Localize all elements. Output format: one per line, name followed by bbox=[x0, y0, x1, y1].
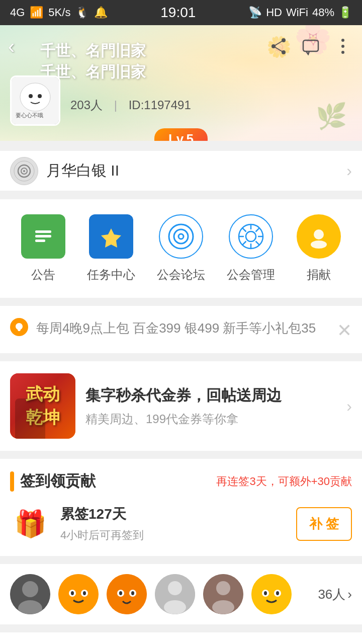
action-task[interactable]: 任务中心 bbox=[87, 214, 135, 283]
action-notice[interactable]: 公告 bbox=[21, 214, 65, 283]
member-avatar-5[interactable] bbox=[203, 574, 243, 614]
svg-point-12 bbox=[38, 94, 42, 98]
member-avatar-3[interactable] bbox=[107, 574, 147, 614]
guild-banner: 🌸 🌼 🌿 ‹ 千世、名門旧家 千世、名門旧家 bbox=[0, 25, 362, 141]
notice-icon bbox=[21, 214, 65, 259]
promo-arrow-icon: › bbox=[346, 397, 352, 416]
deco-flower-3: 🌿 bbox=[316, 102, 347, 131]
svg-line-36 bbox=[243, 242, 246, 245]
svg-point-10 bbox=[20, 83, 50, 111]
more-icon[interactable] bbox=[332, 35, 354, 57]
svg-point-38 bbox=[314, 229, 324, 239]
signal-bars: 📶 bbox=[30, 6, 43, 19]
member-avatar-2[interactable] bbox=[58, 574, 99, 614]
member-avatar-4[interactable] bbox=[155, 574, 195, 614]
signin-sub: 4小时后可再签到 bbox=[60, 528, 286, 543]
svg-line-33 bbox=[243, 228, 246, 231]
guild-arrow-icon: › bbox=[346, 162, 352, 180]
member-count-more[interactable]: 36人 › bbox=[318, 586, 352, 603]
manage-label: 公会管理 bbox=[227, 267, 275, 283]
task-label: 任务中心 bbox=[87, 267, 135, 283]
svg-rect-43 bbox=[58, 574, 99, 614]
promo-title: 集字秒杀代金券，回帖送周边 bbox=[85, 385, 336, 406]
signin-info: 累签127天 4小时后可再签到 bbox=[60, 505, 286, 543]
avatar-image: 要心心不哦 bbox=[12, 77, 59, 124]
guild-id: ID:1197491 bbox=[129, 98, 191, 112]
signin-hint: 再连签3天，可额外+30贡献 bbox=[216, 474, 352, 489]
svg-line-35 bbox=[256, 228, 259, 231]
hd-label: HD bbox=[266, 6, 282, 19]
message-icon[interactable] bbox=[300, 35, 322, 57]
donate-icon bbox=[297, 214, 341, 259]
svg-point-63 bbox=[276, 591, 279, 595]
donate-label: 捐献 bbox=[307, 267, 331, 283]
notice-close-icon[interactable]: ✕ bbox=[337, 320, 352, 341]
guild-avatar: 要心心不哦 bbox=[10, 75, 60, 126]
signin-section: 签到领贡献 再连签3天，可额外+30贡献 🎁 累签127天 4小时后可再签到 补… bbox=[0, 459, 362, 556]
svg-point-26 bbox=[178, 234, 184, 239]
svg-point-57 bbox=[216, 581, 230, 595]
svg-point-47 bbox=[83, 591, 86, 595]
signin-row: 🎁 累签127天 4小时后可再签到 补 签 bbox=[10, 504, 352, 544]
forum-icon bbox=[159, 214, 203, 259]
shop-section[interactable]: 商店(506) bbox=[0, 632, 362, 644]
member-avatar-6[interactable] bbox=[251, 574, 292, 614]
forum-label: 公会论坛 bbox=[157, 267, 205, 283]
svg-point-25 bbox=[174, 229, 188, 244]
svg-point-54 bbox=[168, 581, 182, 595]
svg-point-41 bbox=[22, 581, 38, 597]
network-indicator: 4G bbox=[10, 6, 25, 19]
svg-line-4 bbox=[274, 46, 284, 52]
signin-section-title: 签到领贡献 bbox=[20, 471, 96, 492]
back-button[interactable]: ‹ bbox=[8, 35, 15, 58]
svg-rect-59 bbox=[251, 574, 292, 614]
svg-line-34 bbox=[256, 242, 259, 245]
notice-dot bbox=[10, 318, 28, 336]
banner-action-icons bbox=[267, 35, 354, 57]
guild-name-row[interactable]: 月华白银 II › bbox=[0, 151, 362, 191]
guild-info: 203人 | ID:1197491 bbox=[70, 97, 191, 113]
bell-icon: 🔔 bbox=[94, 6, 108, 19]
svg-point-46 bbox=[71, 591, 74, 595]
quick-actions-section: 公告 任务中心 公会论坛 bbox=[0, 199, 362, 298]
member-avatars-section: 36人 › bbox=[0, 564, 362, 624]
svg-point-52 bbox=[131, 591, 134, 595]
svg-point-8 bbox=[341, 51, 344, 54]
banner-title-line1: 千世、名門旧家 bbox=[40, 40, 146, 61]
promo-subtitle: 精美周边、199代金券等你拿 bbox=[85, 411, 336, 427]
svg-point-58 bbox=[212, 600, 234, 614]
svg-point-24 bbox=[169, 224, 193, 249]
hint-suffix: 可额外+30贡献 bbox=[278, 475, 352, 488]
svg-point-6 bbox=[341, 39, 344, 42]
promo-card[interactable]: 武动 乾坤 集字秒杀代金券，回帖送周边 精美周边、199代金券等你拿 › bbox=[0, 361, 362, 451]
share-icon[interactable] bbox=[267, 35, 290, 57]
action-manage[interactable]: 公会管理 bbox=[227, 214, 275, 283]
promo-image: 武动 乾坤 bbox=[10, 373, 75, 439]
notice-banner: 每周4晚9点上包 百金399 银499 新手等小礼包35 ✕ bbox=[0, 306, 362, 353]
member-count: 203人 bbox=[70, 98, 103, 112]
status-left: 4G 📶 5K/s 🐧 🔔 bbox=[10, 6, 108, 19]
member-count-text: 36人 bbox=[318, 586, 345, 603]
svg-rect-20 bbox=[35, 235, 51, 237]
status-right: 📡 HD WiFi 48% 🔋 bbox=[248, 6, 352, 19]
member-avatar-1[interactable] bbox=[10, 574, 50, 614]
svg-text:要心心不哦: 要心心不哦 bbox=[16, 112, 43, 118]
orange-accent-bar bbox=[10, 471, 14, 492]
action-donate[interactable]: 捐献 bbox=[297, 214, 341, 283]
battery-label: 48% bbox=[312, 6, 334, 19]
battery-icon: 🔋 bbox=[338, 6, 352, 19]
notice-label: 公告 bbox=[31, 267, 55, 283]
checkin-button[interactable]: 补 签 bbox=[296, 507, 352, 541]
wifi-icon: WiFi bbox=[286, 6, 308, 19]
actions-row: 公告 任务中心 公会论坛 bbox=[10, 214, 352, 283]
svg-point-7 bbox=[341, 45, 344, 48]
signin-header: 签到领贡献 再连签3天，可额外+30贡献 bbox=[10, 471, 352, 492]
svg-rect-5 bbox=[303, 40, 318, 51]
svg-point-51 bbox=[119, 591, 122, 595]
svg-point-62 bbox=[264, 591, 267, 595]
wechat-icon: 🐧 bbox=[75, 6, 89, 19]
members-arrow-icon: › bbox=[347, 587, 352, 602]
svg-point-28 bbox=[246, 231, 256, 242]
action-forum[interactable]: 公会论坛 bbox=[157, 214, 205, 283]
clock: 19:01 bbox=[160, 5, 196, 21]
